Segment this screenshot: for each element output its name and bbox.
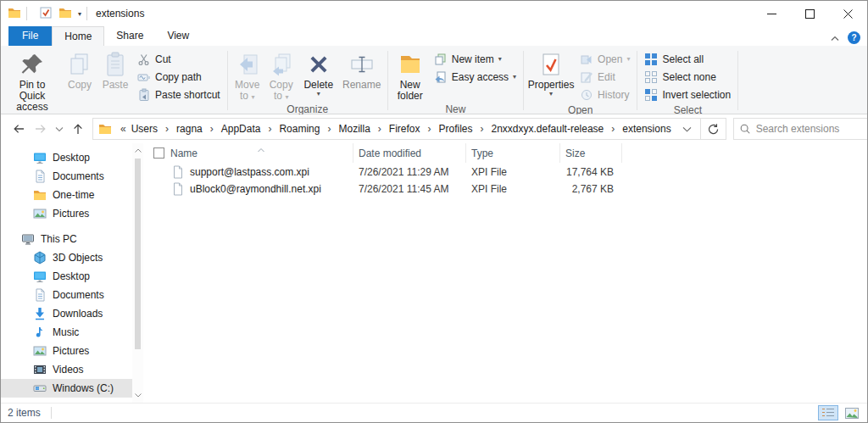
sidebar-item-videos[interactable]: Videos (1, 360, 143, 379)
sidebar-item-3d-objects[interactable]: 3D Objects (1, 248, 143, 267)
search-input[interactable] (756, 123, 868, 135)
column-header-name[interactable]: Name (143, 143, 353, 163)
edit-button[interactable]: Edit (577, 69, 632, 85)
sidebar-item-downloads[interactable]: Downloads (1, 304, 143, 323)
scrollbar-thumb[interactable] (135, 159, 141, 349)
sidebar-scrollbar[interactable] (132, 143, 143, 403)
history-button[interactable]: History (577, 86, 632, 103)
sidebar-item-documents[interactable]: Documents (1, 167, 143, 186)
status-bar: 2 items (1, 403, 867, 422)
back-button[interactable] (8, 118, 30, 140)
tab-share[interactable]: Share (104, 26, 155, 46)
help-icon[interactable]: ? (848, 31, 860, 44)
rename-button[interactable]: Rename (340, 49, 384, 92)
sidebar-item-label: Downloads (53, 308, 103, 320)
address-bar[interactable]: « Users›ragna›AppData›Roaming›Mozilla›Fi… (92, 118, 726, 140)
new-folder-button[interactable]: New folder (392, 49, 429, 103)
sidebar-item-label: 3D Objects (53, 252, 103, 264)
recent-locations-chevron-icon[interactable] (52, 118, 67, 140)
group-separator (637, 51, 637, 110)
collapse-ribbon-icon[interactable] (831, 32, 839, 44)
divider (26, 7, 27, 20)
select-all-button[interactable]: Select all (642, 51, 733, 67)
breadcrumb-segment[interactable]: Users (130, 120, 159, 138)
column-headers: Name Date modified Type Size (143, 143, 867, 164)
chevron-right-separator-icon[interactable]: › (262, 123, 277, 135)
button-label: Move to ▾ (234, 80, 261, 102)
desktop-icon (33, 151, 47, 164)
breadcrumb-segment[interactable]: Firefox (387, 120, 422, 138)
breadcrumb-segment[interactable]: 2nxxdxyx.default-release (490, 120, 606, 138)
sidebar-item-pictures[interactable]: Pictures (1, 204, 143, 223)
new-folder-quick-icon[interactable] (58, 6, 72, 22)
rename-icon (348, 51, 376, 78)
forward-button[interactable] (30, 118, 52, 140)
column-header-size[interactable]: Size (560, 143, 622, 163)
select-none-button[interactable]: Select none (642, 69, 733, 85)
chevron-right-separator-icon[interactable]: › (475, 123, 490, 135)
chevron-right-separator-icon[interactable]: › (321, 123, 337, 135)
minimize-button[interactable] (753, 1, 791, 26)
cut-button[interactable]: Cut (135, 51, 223, 67)
paste-button[interactable]: Paste (98, 49, 132, 92)
tab-file[interactable]: File (8, 26, 52, 46)
up-button[interactable] (67, 118, 89, 140)
breadcrumb-segment[interactable]: AppData (220, 120, 263, 138)
ribbon-group-new: New folder New item ▾ Easy acce (389, 47, 522, 114)
download-arrow-icon (33, 307, 47, 320)
sidebar-item-label: This PC (41, 233, 77, 245)
properties-button[interactable]: Properties ▾ (527, 49, 575, 99)
address-dropdown-chevron-icon[interactable] (673, 123, 700, 135)
delete-button[interactable]: Delete ▾ (299, 49, 338, 99)
new-item-button[interactable]: New item ▾ (431, 51, 519, 67)
sidebar-item-this-pc[interactable]: This PC (1, 230, 143, 248)
close-button[interactable] (829, 1, 867, 26)
refresh-button[interactable] (700, 118, 726, 140)
sidebar-item-documents[interactable]: Documents (1, 286, 143, 304)
scroll-up-icon[interactable] (134, 147, 142, 154)
column-header-date-modified[interactable]: Date modified (353, 143, 466, 163)
chevron-right-separator-icon[interactable]: › (204, 123, 220, 135)
copy-to-button[interactable]: Copy to ▾ (265, 49, 298, 103)
column-header-type[interactable]: Type (466, 143, 560, 163)
sidebar-item-windows-c[interactable]: Windows (C:) (1, 379, 143, 398)
sidebar-item-recovery-d[interactable]: RECOVERY (D:) (1, 398, 143, 403)
maximize-button[interactable] (791, 1, 829, 26)
breadcrumb-segment[interactable]: extensions (620, 120, 672, 138)
tab-home[interactable]: Home (52, 26, 104, 46)
tab-view[interactable]: View (155, 26, 201, 46)
select-all-checkbox[interactable] (153, 147, 164, 159)
copy-path-button[interactable]: Copy path (135, 69, 223, 85)
invert-selection-button[interactable]: Invert selection (642, 86, 733, 103)
scroll-down-icon[interactable] (134, 392, 142, 399)
sidebar-item-one-time[interactable]: One-time (1, 186, 143, 204)
sidebar-item-label: RECOVERY (D:) (53, 401, 129, 403)
copy-button[interactable]: Copy (63, 49, 97, 92)
open-button[interactable]: Open ▾ (577, 51, 632, 67)
customize-toolbar-chevron-icon[interactable]: ▾ (78, 10, 81, 18)
file-row[interactable]: support@lastpass.com.xpi7/26/2021 11:29 … (143, 164, 867, 181)
pin-to-quick-access-button[interactable]: Pin to Quick access (3, 49, 61, 114)
properties-quick-icon[interactable] (39, 6, 53, 22)
pushpin-icon (19, 51, 46, 78)
sidebar-item-desktop[interactable]: Desktop (1, 148, 143, 167)
move-to-button[interactable]: Move to ▾ (231, 49, 264, 103)
paste-shortcut-button[interactable]: Paste shortcut (135, 86, 223, 103)
easy-access-button[interactable]: Easy access ▾ (431, 69, 519, 85)
chevron-right-separator-icon[interactable]: › (605, 123, 620, 135)
breadcrumb-segment[interactable]: ragna (175, 120, 204, 138)
sidebar-item-pictures[interactable]: Pictures (1, 342, 143, 360)
details-view-button[interactable] (818, 405, 838, 420)
breadcrumb-segment[interactable]: Mozilla (337, 120, 371, 138)
large-icons-view-button[interactable] (842, 405, 862, 420)
sidebar-item-music[interactable]: Music (1, 323, 143, 342)
chevron-right-separator-icon[interactable]: › (422, 123, 437, 135)
ribbon-group-open: Properties ▾ Open ▾ E (525, 47, 636, 114)
button-label: Copy path (155, 71, 202, 83)
chevron-right-separator-icon[interactable]: › (372, 123, 387, 135)
sidebar-item-desktop[interactable]: Desktop (1, 267, 143, 286)
file-row[interactable]: uBlock0@raymondhill.net.xpi7/26/2021 11:… (143, 181, 867, 198)
breadcrumb-segment[interactable]: Profiles (437, 120, 475, 138)
chevron-right-separator-icon[interactable]: › (159, 123, 175, 135)
breadcrumb-segment[interactable]: Roaming (277, 120, 321, 138)
